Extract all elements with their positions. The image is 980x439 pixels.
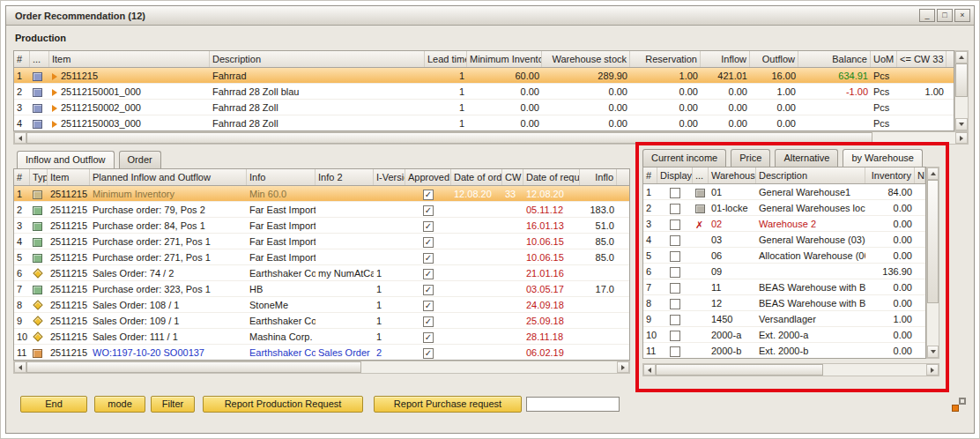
table-row[interactable]: 112000-bExt. 2000-b0.00 bbox=[643, 343, 925, 359]
column-header-iver[interactable]: I-Version bbox=[374, 169, 405, 185]
items-table-horizontal-scrollbar[interactable] bbox=[13, 131, 969, 145]
table-row[interactable]: 201-lockeGeneral Warehouses locke0.00 bbox=[643, 200, 925, 216]
mode-button[interactable]: mode bbox=[94, 396, 145, 413]
scroll-up-icon[interactable] bbox=[927, 167, 939, 180]
checkbox[interactable]: ✓ bbox=[423, 285, 434, 295]
table-row[interactable]: 91450Versandlager1.00 bbox=[643, 311, 925, 327]
table-row[interactable]: 32511215Purchase order: 84, Pos 1Far Eas… bbox=[14, 218, 629, 234]
column-header-n[interactable]: N bbox=[915, 167, 925, 183]
checkbox[interactable] bbox=[670, 267, 680, 278]
checkbox[interactable] bbox=[670, 204, 680, 214]
report-purchase-request-button[interactable]: Report Purchase request bbox=[374, 396, 522, 413]
scrollbar-thumb[interactable] bbox=[26, 132, 872, 144]
table-row[interactable]: 609136.90 bbox=[643, 264, 925, 279]
column-header-lead[interactable]: Lead time bbox=[425, 51, 467, 67]
column-header-inflo[interactable]: Inflo bbox=[580, 169, 617, 185]
column-header-info[interactable]: Info bbox=[247, 169, 316, 185]
checkbox[interactable]: ✓ bbox=[423, 316, 434, 327]
table-row[interactable]: 12511215Minimum InventoryMin 60.0✓12.08.… bbox=[14, 186, 629, 202]
column-header-item[interactable]: Item bbox=[48, 169, 90, 185]
minimize-icon[interactable]: _ bbox=[919, 9, 935, 22]
checkbox[interactable] bbox=[670, 251, 680, 262]
table-row[interactable]: 812BEAS Warehouse with Bin0.00 bbox=[643, 295, 925, 311]
checkbox[interactable] bbox=[670, 283, 680, 294]
table-row[interactable]: 92511215Sales Order: 109 / 1Earthshaker … bbox=[14, 313, 629, 329]
tab-price[interactable]: Price bbox=[731, 149, 770, 167]
warehouse-table-vertical-scrollbar[interactable] bbox=[926, 167, 939, 359]
column-header-mininv[interactable]: Minimum Inventory bbox=[467, 51, 542, 67]
checkbox[interactable]: ✓ bbox=[423, 253, 434, 264]
checkbox[interactable]: ✓ bbox=[423, 190, 434, 200]
scrollbar-track[interactable] bbox=[823, 364, 926, 376]
scroll-right-icon[interactable] bbox=[926, 364, 939, 376]
column-header-resv[interactable]: Reservation bbox=[630, 51, 701, 67]
scrollbar-track[interactable] bbox=[955, 97, 968, 118]
table-row[interactable]: 711BEAS Warehouse with Bin0.00 bbox=[643, 279, 925, 295]
report-production-request-button[interactable]: Report Production Request bbox=[203, 396, 363, 413]
checkbox[interactable] bbox=[670, 315, 680, 325]
column-header-dreq[interactable]: Date of requiren bbox=[523, 169, 580, 185]
scroll-right-icon[interactable] bbox=[955, 132, 968, 144]
table-row[interactable]: 101General Warehouse184.00 bbox=[643, 184, 925, 200]
table-row[interactable]: 52511215Purchase order: 271, Pos 1Far Ea… bbox=[14, 249, 629, 265]
scroll-up-icon[interactable] bbox=[955, 51, 968, 63]
table-row[interactable]: 22511215Purchase order: 79, Pos 2Far Eas… bbox=[14, 202, 629, 218]
checkbox[interactable] bbox=[670, 346, 680, 357]
scrollbar-thumb[interactable] bbox=[955, 63, 968, 97]
checkbox[interactable]: ✓ bbox=[423, 301, 434, 311]
table-row[interactable]: 112511215WO:1197-10-20 SO00137Earthshake… bbox=[14, 345, 629, 361]
resize-grip-icon[interactable] bbox=[952, 398, 966, 412]
column-header-dord[interactable]: Date of order bbox=[451, 169, 502, 185]
table-row[interactable]: 302Warehouse 20.00 bbox=[643, 216, 925, 232]
footer-input[interactable] bbox=[526, 397, 620, 412]
checkbox[interactable]: ✓ bbox=[423, 332, 434, 343]
warehouse-table-horizontal-scrollbar[interactable] bbox=[642, 363, 939, 376]
close-icon[interactable]: × bbox=[954, 9, 970, 22]
checkbox[interactable] bbox=[670, 299, 680, 309]
column-header-display[interactable]: Display bbox=[657, 167, 693, 183]
end-button[interactable]: End bbox=[20, 396, 87, 413]
column-header-num[interactable]: # bbox=[14, 169, 30, 185]
column-header-typ[interactable]: Typ bbox=[30, 169, 48, 185]
table-row[interactable]: 82511215Sales Order: 108 / 1StoneMe1✓24.… bbox=[14, 297, 629, 313]
column-header-icon[interactable]: ... bbox=[693, 167, 709, 183]
checkbox[interactable]: ✓ bbox=[423, 269, 434, 279]
table-row[interactable]: 12511215Fahrrad160.00289.901.00421.0116.… bbox=[14, 68, 954, 84]
table-row[interactable]: 425112150003_000Fahrrad 28 Zoll10.000.00… bbox=[14, 115, 954, 131]
tab-by-warehouse[interactable]: by Warehouse bbox=[843, 149, 923, 167]
scrollbar-track[interactable] bbox=[927, 303, 939, 346]
scrollbar-track[interactable] bbox=[361, 361, 617, 373]
scrollbar-track[interactable] bbox=[872, 132, 955, 144]
column-header-cw[interactable]: CW bbox=[502, 169, 523, 185]
scroll-left-icon[interactable] bbox=[14, 132, 26, 144]
checkbox[interactable] bbox=[670, 235, 680, 246]
table-row[interactable]: 225112150001_000Fahrrad 28 Zoll blau10.0… bbox=[14, 84, 954, 100]
tab-order[interactable]: Order bbox=[119, 151, 161, 168]
filter-button[interactable]: Filter bbox=[151, 396, 195, 413]
column-header-inflow[interactable]: Inflow bbox=[701, 51, 750, 67]
scrollbar-thumb[interactable] bbox=[927, 180, 939, 303]
checkbox[interactable]: ✓ bbox=[423, 205, 434, 216]
tab-current-income[interactable]: Current income bbox=[642, 149, 726, 167]
checkbox[interactable] bbox=[670, 220, 680, 230]
column-header-cw[interactable]: <= CW 33 bbox=[897, 51, 947, 67]
checkbox[interactable] bbox=[670, 188, 680, 198]
column-header-appr[interactable]: Approved bbox=[405, 169, 451, 185]
checkbox[interactable]: ✓ bbox=[423, 221, 434, 232]
checkbox[interactable]: ✓ bbox=[423, 237, 434, 248]
table-row[interactable]: 102000-aExt. 2000-a0.00 bbox=[643, 327, 925, 343]
column-header-wh[interactable]: Warehouse bbox=[709, 167, 756, 183]
items-table-vertical-scrollbar[interactable] bbox=[954, 50, 969, 131]
scrollbar-thumb[interactable] bbox=[656, 364, 823, 376]
scroll-down-icon[interactable] bbox=[927, 346, 939, 358]
column-header-desc[interactable]: Description bbox=[756, 167, 865, 183]
scroll-left-icon[interactable] bbox=[14, 361, 26, 373]
scrollbar-thumb[interactable] bbox=[26, 361, 361, 373]
tab-inflow-and-outflow[interactable]: Inflow and Outflow bbox=[17, 151, 115, 168]
scroll-right-icon[interactable] bbox=[617, 361, 629, 373]
column-header-info2[interactable]: Info 2 bbox=[316, 169, 374, 185]
column-header-num[interactable]: # bbox=[643, 167, 657, 183]
table-row[interactable]: 403General Warehouse (03)0.00 bbox=[643, 232, 925, 248]
scroll-down-icon[interactable] bbox=[955, 118, 968, 130]
table-row[interactable]: 42511215Purchase order: 271, Pos 1Far Ea… bbox=[14, 234, 629, 249]
